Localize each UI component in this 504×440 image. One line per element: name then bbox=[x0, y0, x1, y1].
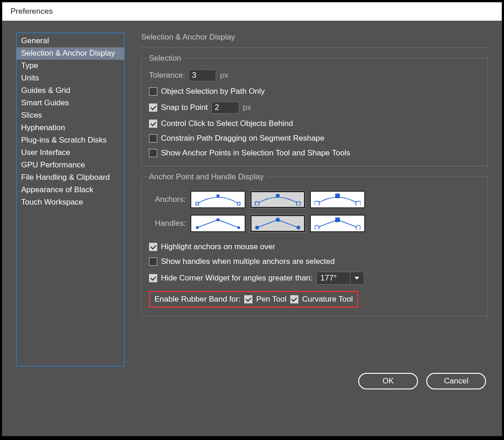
ctrl-click-label: Control Click to Select Objects Behind bbox=[161, 119, 293, 128]
sidebar-item-gpu-performance[interactable]: GPU Performance bbox=[17, 159, 124, 171]
sidebar: General Selection & Anchor Display Type … bbox=[16, 33, 125, 366]
pen-tool-checkbox[interactable] bbox=[244, 295, 252, 303]
svg-rect-0 bbox=[196, 202, 199, 205]
anchors-size-small[interactable] bbox=[190, 191, 246, 208]
titlebar: Preferences bbox=[2, 2, 502, 21]
ctrl-click-checkbox[interactable] bbox=[149, 120, 157, 128]
sidebar-item-appearance-black[interactable]: Appearance of Black bbox=[17, 184, 124, 196]
panel-title: Selection & Anchor Display bbox=[141, 33, 488, 48]
sidebar-item-slices[interactable]: Slices bbox=[17, 109, 124, 122]
svg-rect-8 bbox=[356, 201, 361, 206]
anchor-display-group: Anchor Point and Handle Display Anchors: bbox=[141, 177, 488, 316]
pen-tool-label: Pen Tool bbox=[256, 295, 286, 304]
snap-label: Snap to Point bbox=[161, 103, 208, 112]
anchor-group-label: Anchor Point and Handle Display bbox=[149, 172, 266, 182]
sidebar-item-hyphenation[interactable]: Hyphenation bbox=[17, 122, 124, 134]
svg-rect-4 bbox=[276, 194, 280, 198]
sidebar-item-units[interactable]: Units bbox=[17, 72, 124, 85]
selection-group: Selection Tolerance: px Object Selection… bbox=[141, 58, 488, 166]
sidebar-item-smart-guides[interactable]: Smart Guides bbox=[17, 97, 124, 109]
svg-point-11 bbox=[196, 226, 199, 229]
window-title: Preferences bbox=[11, 7, 53, 16]
handles-size-medium[interactable] bbox=[250, 215, 305, 232]
hide-corner-dropdown[interactable] bbox=[350, 272, 364, 285]
preferences-window: Preferences General Selection & Anchor D… bbox=[2, 2, 502, 436]
snap-input[interactable] bbox=[212, 102, 239, 114]
ok-button[interactable]: OK bbox=[358, 373, 418, 389]
handles-size-small[interactable] bbox=[190, 215, 246, 232]
path-only-label: Object Selection by Path Only bbox=[161, 87, 265, 96]
footer: OK Cancel bbox=[2, 366, 502, 389]
svg-rect-3 bbox=[255, 202, 259, 206]
svg-point-16 bbox=[255, 226, 259, 229]
sidebar-item-touch-workspace[interactable]: Touch Workspace bbox=[17, 196, 124, 209]
tolerance-unit: px bbox=[220, 71, 228, 80]
sidebar-item-guides-grid[interactable]: Guides & Grid bbox=[17, 85, 124, 97]
show-anchor-checkbox[interactable] bbox=[149, 149, 157, 157]
hide-corner-label: Hide Corner Widget for angles greater th… bbox=[161, 274, 313, 283]
highlight-anchors-label: Highlight anchors on mouse over bbox=[161, 242, 275, 251]
path-only-checkbox[interactable] bbox=[149, 87, 157, 96]
svg-point-18 bbox=[297, 226, 300, 229]
svg-line-20 bbox=[338, 220, 358, 228]
svg-rect-6 bbox=[315, 201, 319, 206]
highlight-anchors-checkbox[interactable] bbox=[149, 243, 157, 251]
anchors-size-medium[interactable] bbox=[250, 191, 305, 208]
hide-corner-checkbox[interactable] bbox=[149, 274, 157, 282]
snap-checkbox[interactable] bbox=[149, 103, 157, 112]
svg-rect-22 bbox=[335, 217, 340, 222]
sidebar-item-user-interface[interactable]: User Interface bbox=[17, 147, 124, 159]
show-handles-checkbox[interactable] bbox=[149, 257, 157, 266]
svg-point-23 bbox=[356, 225, 361, 229]
main-panel: Selection & Anchor Display Selection Tol… bbox=[141, 33, 488, 366]
cancel-button[interactable]: Cancel bbox=[426, 373, 486, 389]
rubber-band-highlight: Enable Rubber Band for: Pen Tool Curvatu… bbox=[149, 291, 358, 308]
show-handles-label: Show handles when multiple anchors are s… bbox=[161, 257, 335, 266]
constrain-label: Constrain Path Dragging on Segment Resha… bbox=[161, 134, 324, 143]
tolerance-label: Tolerance: bbox=[149, 71, 185, 80]
sidebar-item-plugins-scratch[interactable]: Plug-ins & Scratch Disks bbox=[17, 134, 124, 147]
handles-label: Handles: bbox=[149, 219, 186, 228]
svg-line-9 bbox=[197, 220, 218, 228]
anchors-label: Anchors: bbox=[149, 195, 186, 204]
svg-rect-1 bbox=[217, 194, 219, 197]
svg-rect-2 bbox=[237, 202, 240, 205]
chevron-down-icon bbox=[355, 277, 359, 280]
constrain-checkbox[interactable] bbox=[149, 134, 157, 143]
tolerance-input[interactable] bbox=[189, 69, 216, 81]
hide-corner-angle[interactable]: 177° bbox=[316, 272, 350, 285]
sidebar-item-selection-anchor-display[interactable]: Selection & Anchor Display bbox=[17, 47, 124, 60]
snap-unit: px bbox=[243, 103, 251, 112]
svg-line-14 bbox=[257, 220, 278, 228]
handles-size-large[interactable] bbox=[310, 215, 365, 232]
svg-rect-12 bbox=[217, 218, 219, 221]
svg-rect-17 bbox=[276, 218, 280, 222]
selection-group-label: Selection bbox=[149, 54, 184, 63]
sidebar-item-file-handling[interactable]: File Handling & Clipboard bbox=[17, 171, 124, 184]
svg-rect-7 bbox=[335, 194, 340, 198]
svg-line-15 bbox=[278, 220, 298, 228]
svg-rect-5 bbox=[297, 202, 300, 206]
svg-line-10 bbox=[218, 220, 239, 228]
sidebar-item-type[interactable]: Type bbox=[17, 60, 124, 72]
curvature-tool-checkbox[interactable] bbox=[290, 295, 298, 303]
svg-point-21 bbox=[315, 225, 319, 229]
svg-line-19 bbox=[317, 220, 338, 228]
sidebar-item-general[interactable]: General bbox=[17, 35, 124, 47]
svg-point-13 bbox=[237, 226, 240, 229]
show-anchor-label: Show Anchor Points in Selection Tool and… bbox=[161, 149, 350, 158]
rubber-band-label: Enable Rubber Band for: bbox=[155, 295, 241, 304]
anchors-size-large[interactable] bbox=[310, 191, 365, 208]
curvature-tool-label: Curvature Tool bbox=[302, 295, 353, 304]
